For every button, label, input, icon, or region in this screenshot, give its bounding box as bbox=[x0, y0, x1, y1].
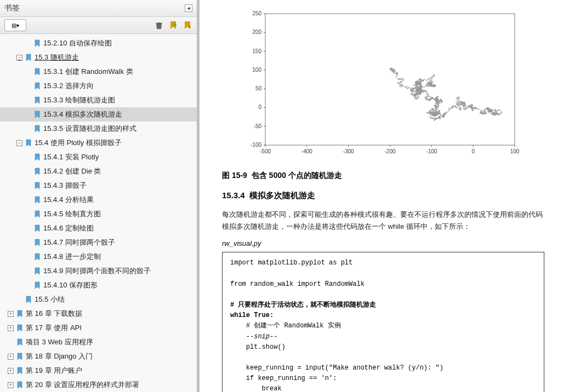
svg-point-1979 bbox=[465, 105, 466, 106]
bookmark-item[interactable]: 15.4.10 保存图形 bbox=[0, 278, 197, 292]
svg-point-1705 bbox=[436, 119, 437, 120]
view-options-dropdown[interactable]: ▤▾ bbox=[4, 19, 26, 31]
bookmark-item[interactable]: −15.4 使用 Plotly 模拟掷骰子 bbox=[0, 136, 197, 150]
svg-point-1272 bbox=[435, 100, 436, 101]
svg-point-1791 bbox=[443, 113, 445, 114]
bookmark-item[interactable]: +第 17 章 使用 API bbox=[0, 321, 197, 335]
svg-point-594 bbox=[415, 82, 416, 83]
svg-point-1037 bbox=[425, 91, 426, 92]
svg-point-1330 bbox=[434, 105, 435, 106]
svg-point-292 bbox=[423, 87, 424, 88]
collapse-icon[interactable]: − bbox=[16, 55, 22, 61]
bookmark-item[interactable]: 15.3.2 选择方向 bbox=[0, 79, 197, 93]
svg-point-1044 bbox=[428, 95, 429, 96]
bookmark-item[interactable]: 15.3.5 设置随机游走图的样式 bbox=[0, 122, 197, 136]
svg-point-2177 bbox=[483, 110, 485, 111]
collapse-icon[interactable]: − bbox=[16, 140, 22, 146]
bookmarks-tree[interactable]: 15.2.10 自动保存绘图−15.3 随机游走15.3.1 创建 Random… bbox=[0, 34, 197, 392]
svg-point-434 bbox=[427, 83, 428, 84]
delete-bookmark-icon[interactable] bbox=[154, 20, 164, 30]
svg-point-1055 bbox=[426, 96, 428, 97]
svg-point-475 bbox=[429, 78, 430, 79]
svg-point-2260 bbox=[487, 108, 488, 109]
svg-point-1142 bbox=[437, 96, 438, 97]
svg-point-479 bbox=[425, 79, 426, 80]
bookmark-label: 项目 3 Web 应用程序 bbox=[26, 337, 93, 347]
add-bookmark-icon[interactable] bbox=[168, 20, 178, 30]
expand-icon[interactable]: + bbox=[8, 354, 14, 360]
svg-point-88 bbox=[393, 70, 394, 71]
svg-point-2134 bbox=[486, 113, 487, 114]
svg-point-1608 bbox=[429, 114, 430, 116]
bookmark-item[interactable]: 15.4.1 安装 Plotly bbox=[0, 150, 197, 164]
expand-icon[interactable]: + bbox=[8, 311, 14, 317]
svg-point-1287 bbox=[442, 101, 443, 102]
svg-text:0: 0 bbox=[471, 148, 475, 154]
svg-point-406 bbox=[427, 86, 428, 87]
svg-point-629 bbox=[419, 83, 420, 84]
svg-point-2419 bbox=[497, 113, 498, 114]
bookmark-item[interactable]: +第 19 章 用户账户 bbox=[0, 364, 197, 378]
svg-point-492 bbox=[423, 80, 424, 81]
svg-point-1102 bbox=[432, 97, 433, 98]
svg-point-155 bbox=[399, 83, 400, 84]
sidebar-header: 书签 ◄ bbox=[0, 0, 197, 17]
bookmark-item[interactable]: 15.4.3 掷骰子 bbox=[0, 178, 197, 193]
svg-point-512 bbox=[420, 79, 422, 80]
bookmark-label: 第 16 章 下载数据 bbox=[26, 309, 82, 319]
bookmark-label: 第 20 章 设置应用程序的样式并部署 bbox=[26, 380, 139, 390]
svg-point-644 bbox=[418, 84, 419, 85]
svg-point-871 bbox=[413, 91, 414, 92]
svg-point-872 bbox=[414, 91, 416, 93]
bookmark-item[interactable]: +第 18 章 Django 入门 bbox=[0, 349, 197, 364]
bookmark-item[interactable]: −15.3 随机游走 bbox=[0, 50, 197, 65]
expand-icon[interactable]: + bbox=[8, 368, 14, 374]
svg-point-1427 bbox=[437, 112, 439, 113]
bookmark-item[interactable]: 15.4.4 分析结果 bbox=[0, 193, 197, 207]
bookmark-item[interactable]: 15.3.4 模拟多次随机游走 bbox=[0, 107, 197, 122]
collapse-sidebar-button[interactable]: ◄ bbox=[185, 4, 192, 12]
svg-point-1120 bbox=[431, 97, 433, 99]
svg-point-1649 bbox=[432, 113, 433, 114]
bookmark-item[interactable]: 15.3.1 创建 RandomWalk 类 bbox=[0, 65, 197, 79]
bookmark-item[interactable]: 项目 3 Web 应用程序 bbox=[0, 335, 197, 349]
svg-point-2052 bbox=[470, 107, 471, 108]
svg-point-1304 bbox=[439, 106, 440, 107]
bookmark-item[interactable]: 15.4.8 进一步定制 bbox=[0, 250, 197, 264]
bookmark-label: 15.4.7 同时掷两个骰子 bbox=[43, 238, 115, 247]
svg-point-2254 bbox=[486, 108, 487, 109]
svg-point-1797 bbox=[444, 114, 445, 116]
svg-point-469 bbox=[431, 77, 432, 78]
svg-point-1911 bbox=[458, 97, 459, 98]
svg-point-849 bbox=[418, 87, 419, 88]
svg-point-1038 bbox=[426, 92, 427, 93]
svg-point-2261 bbox=[488, 109, 490, 110]
bookmark-item[interactable]: 15.5 小结 bbox=[0, 292, 197, 307]
bookmark-item[interactable]: +第 16 章 下载数据 bbox=[0, 307, 197, 321]
svg-point-879 bbox=[418, 91, 419, 92]
expand-icon[interactable]: + bbox=[8, 325, 14, 331]
svg-point-124 bbox=[399, 79, 400, 80]
svg-point-1053 bbox=[428, 96, 429, 97]
bookmark-item[interactable]: 15.4.2 创建 Die 类 bbox=[0, 164, 197, 178]
bookmark-item[interactable]: 15.4.5 绘制直方图 bbox=[0, 207, 197, 221]
expand-icon[interactable]: + bbox=[8, 382, 14, 388]
svg-point-1507 bbox=[428, 112, 429, 113]
svg-point-444 bbox=[432, 82, 433, 83]
bookmark-item[interactable]: 15.4.7 同时掷两个骰子 bbox=[0, 235, 197, 250]
svg-point-131 bbox=[401, 79, 402, 80]
bookmark-item[interactable]: +第 20 章 设置应用程序的样式并部署 bbox=[0, 378, 197, 392]
bookmark-item[interactable]: 15.3.3 绘制随机游走图 bbox=[0, 93, 197, 107]
bookmark-item[interactable]: 15.4.9 同时掷两个面数不同的骰子 bbox=[0, 264, 197, 278]
svg-point-160 bbox=[403, 85, 404, 86]
bookmark-item[interactable]: 15.4.6 定制绘图 bbox=[0, 221, 197, 235]
bookmark-item[interactable]: 15.2.10 自动保存绘图 bbox=[0, 36, 197, 50]
section-number: 15.3.4 bbox=[222, 191, 245, 200]
new-bookmark-from-selection-icon[interactable] bbox=[183, 20, 192, 30]
bookmark-label: 15.4.9 同时掷两个面数不同的骰子 bbox=[43, 266, 151, 276]
figure-title: 包含 5000 个点的随机游走 bbox=[252, 171, 342, 180]
svg-point-1073 bbox=[427, 99, 428, 100]
svg-point-2266 bbox=[492, 111, 493, 112]
svg-point-1548 bbox=[434, 109, 435, 111]
svg-point-1006 bbox=[419, 96, 420, 97]
